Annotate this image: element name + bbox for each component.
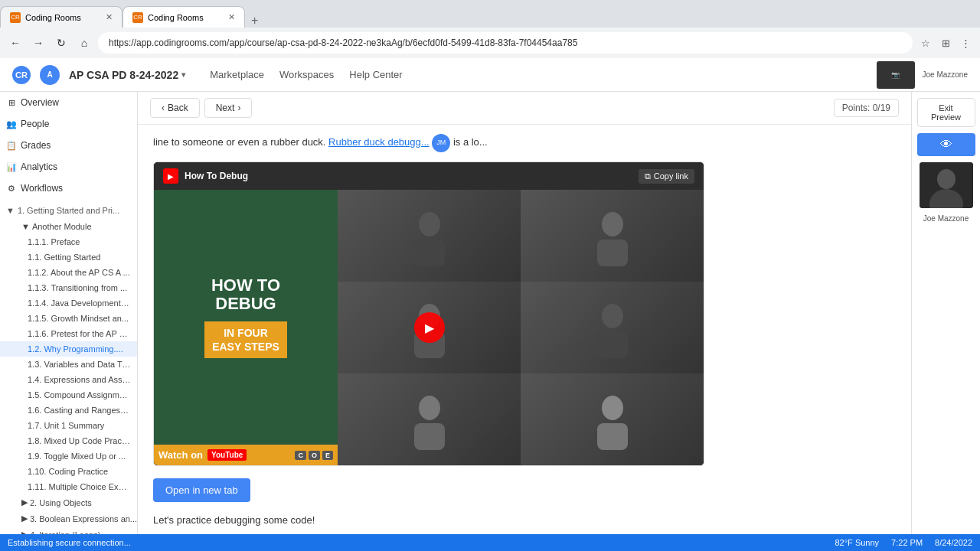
unit-summary-item[interactable]: 1.7. Unit 1 Summary	[0, 418, 137, 433]
java-dev-item[interactable]: 1.1.4. Java Development E...	[0, 295, 137, 311]
rubber-duck-link[interactable]: Rubber duck debugg...	[328, 136, 430, 148]
video-grid: HOW TODEBUG IN FOUREASY STEPS Watch on Y…	[154, 190, 704, 465]
points-badge: Points: 0/19	[834, 99, 899, 117]
status-date: 8/24/2022	[935, 538, 972, 547]
sidebar-item-analytics[interactable]: 📊 Analytics	[0, 156, 137, 178]
tab-1-label: Coding Rooms	[25, 13, 101, 22]
video-cell-5[interactable]	[338, 373, 521, 465]
menu-btn[interactable]: ⋮	[957, 34, 974, 51]
address-input[interactable]	[98, 32, 913, 54]
using-objects-expand-icon: ▶	[21, 497, 28, 507]
forward-browser-btn[interactable]: →	[29, 34, 47, 52]
svg-point-10	[602, 396, 623, 420]
tab-1-close[interactable]: ✕	[106, 12, 113, 22]
home-browser-btn[interactable]: ⌂	[75, 34, 93, 52]
play-button[interactable]: ▶	[414, 312, 445, 343]
nav-workspaces[interactable]: Workspaces	[279, 66, 334, 83]
another-module-item[interactable]: ▼ Another Module	[0, 219, 137, 234]
extensions-btn[interactable]: ⊞	[937, 34, 954, 51]
nav-help-center[interactable]: Help Center	[349, 66, 402, 83]
sidebar-item-workflows[interactable]: ⚙ Workflows	[0, 178, 137, 199]
video-cell-1[interactable]	[338, 190, 521, 282]
module1-group[interactable]: ▼ 1. Getting Started and Pri...	[0, 202, 137, 219]
pretest-item[interactable]: 1.1.6. Pretest for the AP C...	[0, 326, 137, 341]
transitioning-item[interactable]: 1.1.3. Transitioning from ...	[0, 280, 137, 295]
copy-link-btn[interactable]: ⧉ Copy link	[639, 169, 694, 184]
topbar-user-video: 📷	[877, 61, 915, 89]
coding-practice-item[interactable]: 1.10. Coding Practice	[0, 464, 137, 479]
video-title: How To Debug	[185, 171, 248, 181]
status-right: 82°F Sunny 7:22 PM 8/24/2022	[835, 538, 972, 547]
svg-point-6	[602, 304, 623, 328]
content-inner: line to someone or even a rubber duck. R…	[138, 125, 720, 534]
content-topbar: ‹ Back Next › Points: 0/19	[138, 92, 911, 125]
topbar-nav: Marketplace Workspaces Help Center	[210, 66, 402, 83]
sidebar-item-overview[interactable]: ⊞ Overview	[0, 92, 137, 113]
boolean-item[interactable]: ▶ 3. Boolean Expressions an...	[0, 510, 137, 527]
preface-item[interactable]: 1.1.1. Preface	[0, 234, 137, 249]
reload-browser-btn[interactable]: ↻	[52, 34, 70, 52]
svg-point-0	[419, 212, 440, 236]
toggle-mixed-item[interactable]: 1.9. Toggle Mixed Up or ...	[0, 448, 137, 464]
app-logo: CR	[12, 66, 31, 84]
back-button[interactable]: ‹ Back	[150, 98, 200, 118]
tab-2[interactable]: CR Coding Rooms ✕	[122, 6, 245, 28]
browser-actions: ☆ ⊞ ⋮	[917, 34, 974, 51]
next-arrow-icon: ›	[237, 103, 240, 113]
iteration-item[interactable]: ▶ 4. Iteration (Loops)	[0, 527, 137, 534]
tab-2-close[interactable]: ✕	[228, 12, 235, 22]
sidebar-item-grades-label: Grades	[21, 140, 51, 151]
why-programming-item[interactable]: 1.2. Why Programming....	[0, 341, 137, 357]
user-avatar-inline: JM	[432, 134, 450, 152]
video-header: ▶ How To Debug ⧉ Copy link	[154, 162, 704, 190]
video-cell-6[interactable]	[521, 373, 704, 465]
user-video-preview	[920, 162, 973, 208]
tab-2-favicon: CR	[132, 12, 143, 23]
svg-point-8	[419, 396, 440, 420]
analytics-icon: 📊	[6, 161, 17, 172]
sidebar-item-analytics-label: Analytics	[21, 161, 57, 172]
workflows-icon: ⚙	[6, 183, 17, 194]
mixed-up-item[interactable]: 1.8. Mixed Up Code Practi...	[0, 433, 137, 448]
using-objects-item[interactable]: ▶ 2. Using Objects	[0, 494, 137, 510]
variables-item[interactable]: 1.3. Variables and Data Ty...	[0, 357, 137, 372]
youtube-icon: ▶	[163, 168, 178, 184]
open-tab-button[interactable]: Open in new tab	[153, 478, 250, 502]
growth-mindset-item[interactable]: 1.1.5. Growth Mindset an...	[0, 311, 137, 326]
getting-started-item[interactable]: 1.1. Getting Started	[0, 249, 137, 265]
course-name[interactable]: AP CSA PD 8-24-2022 ▾	[69, 69, 185, 81]
module1-expand-icon: ▼	[6, 206, 15, 215]
bookmark-btn[interactable]: ☆	[917, 34, 934, 51]
next-button[interactable]: Next ›	[204, 98, 253, 118]
user-name-label: Joe Mazzone	[923, 214, 969, 223]
video-cell-4[interactable]	[521, 282, 704, 373]
sidebar: ⊞ Overview 👥 People 📋 Grades 📊 Analytics…	[0, 92, 138, 534]
hotkey-c: C	[295, 451, 306, 460]
new-tab-button[interactable]: +	[245, 14, 264, 28]
person-placeholder-4	[521, 282, 704, 373]
compound-item[interactable]: 1.5. Compound Assignme...	[0, 387, 137, 403]
casting-item[interactable]: 1.6. Casting and Ranges o...	[0, 403, 137, 418]
nav-marketplace[interactable]: Marketplace	[210, 66, 264, 83]
video-cell-3[interactable]: ▶	[338, 282, 521, 373]
video-main-title: HOW TODEBUG	[211, 276, 280, 313]
practice-text: Let's practice debugging some code!	[153, 514, 704, 526]
video-watch-bar[interactable]: Watch on YouTube C O E	[154, 445, 338, 465]
person-placeholder-1	[338, 190, 521, 282]
exit-preview-button[interactable]: Exit Preview	[917, 98, 975, 127]
back-browser-btn[interactable]: ←	[6, 34, 24, 52]
about-ap-item[interactable]: 1.1.2. About the AP CS A ...	[0, 265, 137, 280]
tab-1[interactable]: CR Coding Rooms ✕	[0, 6, 122, 28]
people-icon: 👥	[6, 119, 17, 129]
person-placeholder-2	[521, 190, 704, 282]
eye-button[interactable]: 👁	[917, 133, 975, 156]
content-area: ‹ Back Next › Points: 0/19 line to someo…	[138, 92, 911, 534]
sidebar-item-grades[interactable]: 📋 Grades	[0, 135, 137, 156]
sidebar-item-people[interactable]: 👥 People	[0, 113, 137, 135]
sidebar-item-workflows-label: Workflows	[21, 183, 63, 194]
topbar-user-name: Joe Mazzone	[923, 70, 968, 79]
video-cell-2[interactable]	[521, 190, 704, 282]
another-module-expand-icon: ▼	[21, 222, 30, 231]
multiple-choice-item[interactable]: 1.11. Multiple Choice Exer...	[0, 479, 137, 494]
expressions-item[interactable]: 1.4. Expressions and Assi...	[0, 372, 137, 387]
